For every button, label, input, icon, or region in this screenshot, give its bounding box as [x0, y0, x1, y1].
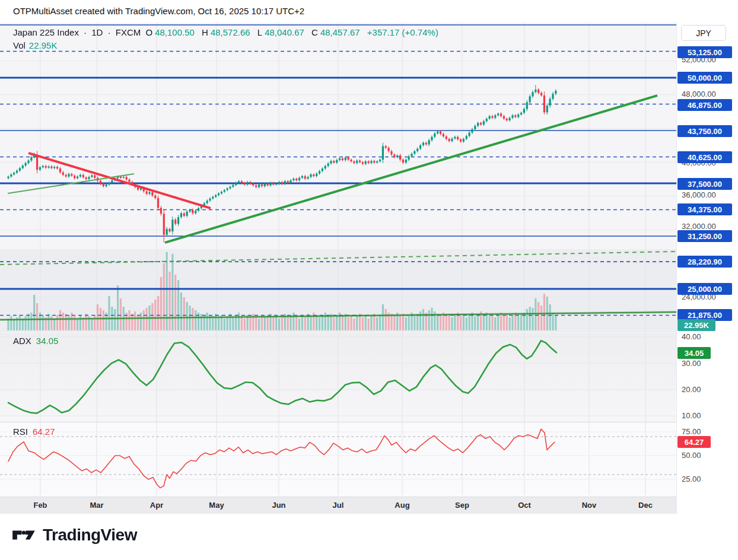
adx-scale-label: 30.00	[682, 359, 701, 368]
adx-label: ADX	[13, 336, 31, 346]
adx-scale-label: 10.00	[682, 411, 701, 421]
price-scale-label: 48,000.00	[682, 90, 716, 99]
separator: ·	[108, 27, 111, 37]
high-value: 48,572.66	[211, 27, 250, 37]
rsi-value: 64.27	[33, 427, 55, 437]
symbol-legend[interactable]: Japan 225 Index · 1D · FXCM O48,100.50 H…	[13, 27, 441, 37]
low-label: L48,040.67	[257, 27, 307, 37]
month-label: Sep	[455, 501, 469, 510]
rsi-scale-label: 50.00	[682, 451, 701, 460]
month-label: Aug	[395, 501, 409, 510]
page-title: OTPMultiAsset created with TradingView.c…	[13, 6, 304, 16]
price-level-badge: 50,000.00	[677, 72, 732, 84]
tradingview-logo-icon	[12, 526, 36, 545]
month-label: Mar	[90, 501, 103, 510]
price-level-badge: 28,220.90	[677, 256, 732, 268]
timeframe: 1D	[91, 27, 103, 37]
price-level-badge: 43,750.00	[677, 125, 732, 137]
adx-value: 34.05	[36, 336, 59, 346]
high-label: H48,572.66	[202, 27, 253, 37]
exchange: FXCM	[116, 27, 141, 37]
volume-value-badge: 22.95K	[677, 319, 715, 331]
currency-button[interactable]: JPY	[681, 25, 726, 41]
adx-scale-label: 20.00	[682, 385, 701, 394]
month-label: Oct	[518, 501, 531, 510]
adx-legend[interactable]: ADX34.05	[13, 336, 58, 346]
close-value: 48,457.67	[320, 27, 360, 37]
rsi-value-badge: 64.27	[677, 436, 711, 448]
adx-scale-label: 40.00	[682, 332, 701, 342]
price-level-badge: 34,375.00	[677, 203, 732, 215]
price-level-badge: 46,875.00	[677, 99, 732, 111]
volume-value: 22.95K	[29, 40, 58, 50]
rsi-label: RSI	[13, 427, 28, 437]
price-level-badge: 40,625.00	[677, 151, 732, 163]
month-label: Dec	[638, 501, 653, 510]
price-level-badge: 53,125.00	[677, 46, 732, 58]
chart-canvas[interactable]	[0, 23, 676, 496]
volume-legend[interactable]: Vol22.95K	[13, 40, 57, 50]
rsi-scale-label: 25.00	[682, 475, 701, 484]
month-label: Jun	[272, 501, 285, 510]
adx-value-badge: 34.05	[677, 347, 711, 359]
symbol-name: Japan 225 Index	[13, 27, 79, 37]
volume-label: Vol	[13, 40, 26, 50]
month-label: Nov	[582, 501, 597, 510]
price-level-badge: 25,000.00	[677, 283, 732, 295]
rsi-scale-label: 75.00	[682, 427, 701, 437]
close-label: C48,457.67	[311, 27, 362, 37]
month-label: Apr	[150, 501, 163, 510]
separator: ·	[84, 27, 87, 37]
open-value: 48,100.50	[155, 27, 195, 37]
month-label: Feb	[33, 501, 47, 510]
price-scale-label: 36,000.00	[682, 190, 716, 200]
open-label: O48,100.50	[145, 27, 196, 37]
change-value: +357.17 (+0.74%)	[367, 27, 438, 37]
month-label: Jul	[333, 501, 344, 510]
month-label: May	[209, 501, 224, 510]
tradingview-logo[interactable]: TradingView	[12, 526, 137, 545]
tradingview-logo-text: TradingView	[43, 526, 137, 545]
price-level-badge: 37,500.00	[677, 178, 732, 190]
price-level-badge: 31,250.00	[677, 230, 732, 242]
low-value: 48,040.67	[265, 27, 304, 37]
rsi-legend[interactable]: RSI64.27	[13, 427, 55, 437]
